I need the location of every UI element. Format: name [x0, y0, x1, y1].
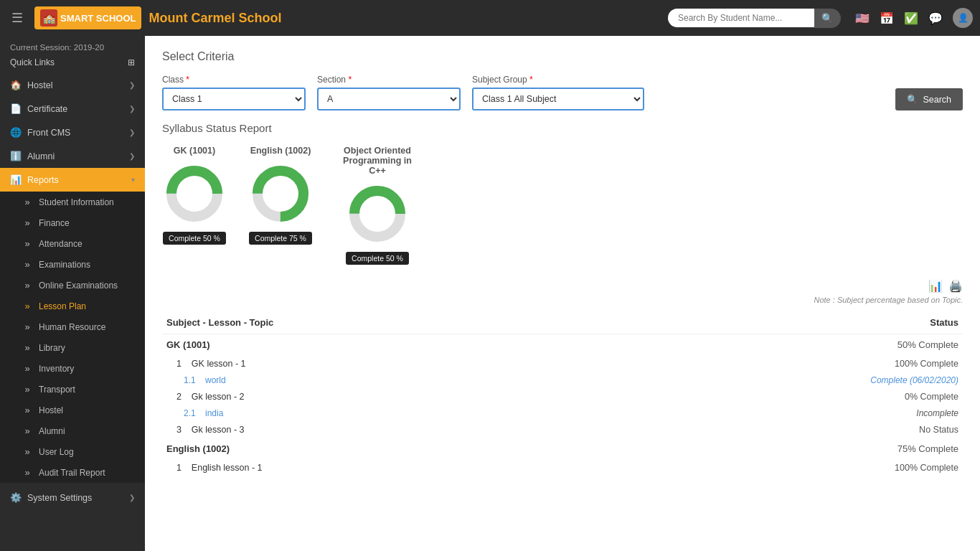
sidebar-item-audit-trail[interactable]: » Audit Trail Report: [0, 462, 145, 483]
topic-status-gk1-1: Complete (06/02/2020): [565, 372, 963, 388]
sidebar-item-finance[interactable]: » Finance: [0, 212, 145, 233]
sidebar-item-hostel2[interactable]: » Hostel: [0, 400, 145, 420]
chart-oop: Object OrientedProgramming in C++ Comple…: [334, 146, 420, 265]
certificate-icon: 📄: [10, 103, 22, 114]
check-icon[interactable]: ✅: [904, 11, 918, 25]
reports-submenu: » Student Information » Finance » Attend…: [0, 192, 145, 483]
arrow-icon: »: [22, 217, 33, 228]
report-table: Subject - Lesson - Topic Status GK (1001…: [162, 311, 963, 476]
calendar-icon[interactable]: 📅: [880, 11, 894, 25]
search-icon: 🔍: [907, 94, 918, 105]
chart-oop-badge: Complete 50 %: [346, 252, 409, 265]
donut-gk: [162, 161, 227, 226]
lesson-num-gk2: 2 Gk lesson - 2: [162, 388, 565, 405]
arrow-icon: »: [22, 259, 33, 270]
arrow-icon: »: [22, 321, 33, 332]
app-logo: 🏫 SMART SCHOOL: [34, 6, 141, 29]
col-status: Status: [565, 311, 963, 334]
subject-row-gk: GK (1001) 50% Complete: [162, 334, 963, 356]
sidebar-item-attendance[interactable]: » Attendance: [0, 233, 145, 254]
criteria-title: Select Criteria: [162, 50, 963, 63]
session-label: Current Session: 2019-20: [0, 36, 145, 55]
subject-group-group: Subject Group * Class 1 All Subject Clas…: [472, 75, 644, 110]
sidebar-item-lesson-plan[interactable]: » Lesson Plan: [0, 296, 145, 316]
sidebar-item-certificate[interactable]: 📄 Certificate ❯: [0, 97, 145, 121]
sidebar-item-hostel[interactable]: 🏠 Hostel ❯: [0, 73, 145, 97]
hostel-icon: 🏠: [10, 80, 22, 90]
sidebar-item-student-info[interactable]: » Student Information: [0, 192, 145, 212]
class-select[interactable]: Class 1 Class 2 Class 3: [162, 88, 306, 110]
charts-row: GK (1001) Complete 50 % English (1002): [162, 146, 963, 265]
chart-gk-label: GK (1001): [174, 146, 215, 156]
quicklinks-label: Quick Links: [10, 57, 55, 67]
chart-english-label: English (1002): [250, 146, 311, 156]
chevron-right-icon: ❯: [129, 494, 135, 501]
chevron-down-icon: ▾: [131, 176, 135, 184]
col-subject: Subject - Lesson - Topic: [162, 311, 565, 334]
grid-icon[interactable]: ⊞: [128, 57, 135, 67]
topic-name-gk2-1: 2.1 india: [162, 405, 565, 421]
subject-status-english: 75% Complete: [565, 438, 963, 459]
lesson-num-gk3: 3 Gk lesson - 3: [162, 421, 565, 438]
subject-name-english: English (1002): [162, 438, 565, 459]
topic-name-gk1-1: 1.1 world: [162, 372, 565, 388]
export-icon[interactable]: 📊: [928, 279, 943, 293]
sidebar-item-frontcms[interactable]: 🌐 Front CMS ❯: [0, 121, 145, 144]
sidebar-item-human-resource[interactable]: » Human Resource: [0, 316, 145, 337]
chart-gk: GK (1001) Complete 50 %: [162, 146, 227, 245]
chevron-right-icon: ❯: [129, 152, 135, 160]
flag-icon[interactable]: 🇺🇸: [855, 11, 870, 25]
chevron-right-icon: ❯: [129, 128, 135, 136]
syllabus-title: Syllabus Status Report: [162, 122, 963, 134]
sidebar-item-transport[interactable]: » Transport: [0, 379, 145, 400]
sidebar-item-reports[interactable]: 📊 Reports ▾: [0, 168, 145, 192]
class-label: Class *: [162, 75, 306, 85]
whatsapp-icon[interactable]: 💬: [928, 11, 943, 25]
search-button[interactable]: 🔍 Search: [895, 88, 963, 110]
sidebar: Current Session: 2019-20 Quick Links ⊞ 🏠…: [0, 36, 145, 551]
sidebar-item-inventory[interactable]: » Inventory: [0, 358, 145, 379]
main-layout: Current Session: 2019-20 Quick Links ⊞ 🏠…: [0, 36, 980, 551]
sidebar-item-system-settings[interactable]: ⚙️ System Settings ❯: [0, 486, 145, 509]
class-group: Class * Class 1 Class 2 Class 3: [162, 75, 306, 110]
logo-icon: 🏫: [40, 9, 57, 27]
topic-row-gk1-1: 1.1 world Complete (06/02/2020): [162, 372, 963, 388]
arrow-icon: »: [22, 301, 33, 311]
subject-group-select[interactable]: Class 1 All Subject Class 1 Science: [472, 88, 644, 110]
reports-icon: 📊: [10, 174, 22, 185]
chart-english-badge: Complete 75 %: [249, 232, 312, 245]
arrow-icon: »: [22, 363, 33, 374]
sidebar-item-alumni-top[interactable]: ℹ️ Alumni ❯: [0, 144, 145, 168]
section-group: Section * A B C: [317, 75, 461, 110]
chart-gk-badge: Complete 50 %: [163, 232, 226, 245]
avatar[interactable]: 👤: [953, 8, 973, 28]
arrow-icon: »: [22, 280, 33, 291]
top-navbar: ☰ 🏫 SMART SCHOOL Mount Carmel School 🔍 🇺…: [0, 0, 980, 36]
arrow-icon: »: [22, 446, 33, 457]
donut-oop: [345, 182, 410, 246]
lesson-status-eng1: 100% Complete: [565, 459, 963, 476]
lesson-row-gk3: 3 Gk lesson - 3 No Status: [162, 421, 963, 438]
arrow-icon: »: [22, 405, 33, 415]
cms-icon: 🌐: [10, 127, 22, 138]
section-select[interactable]: A B C: [317, 88, 461, 110]
arrow-icon: »: [22, 425, 33, 436]
search-submit-button[interactable]: 🔍: [814, 9, 841, 28]
print-icon[interactable]: 🖨️: [948, 279, 963, 293]
sidebar-item-examinations[interactable]: » Examinations: [0, 254, 145, 275]
sidebar-item-user-log[interactable]: » User Log: [0, 441, 145, 462]
lesson-num-gk1: 1 GK lesson - 1: [162, 355, 565, 372]
sidebar-item-alumni2[interactable]: » Alumni: [0, 420, 145, 441]
main-content: Select Criteria Class * Class 1 Class 2 …: [145, 36, 980, 551]
subject-group-label: Subject Group *: [472, 75, 644, 85]
chart-oop-label: Object OrientedProgramming in C++: [334, 146, 420, 176]
subject-status-gk: 50% Complete: [565, 334, 963, 356]
sidebar-item-library[interactable]: » Library: [0, 337, 145, 358]
hamburger-icon[interactable]: ☰: [7, 10, 27, 26]
criteria-form: Class * Class 1 Class 2 Class 3 Section …: [162, 75, 963, 110]
table-actions: 📊 🖨️: [162, 279, 963, 293]
sidebar-item-online-examinations[interactable]: » Online Examinations: [0, 275, 145, 296]
topic-status-gk2-1: Incomplete: [565, 405, 963, 421]
search-input[interactable]: [668, 9, 826, 27]
chevron-right-icon: ❯: [129, 105, 135, 113]
